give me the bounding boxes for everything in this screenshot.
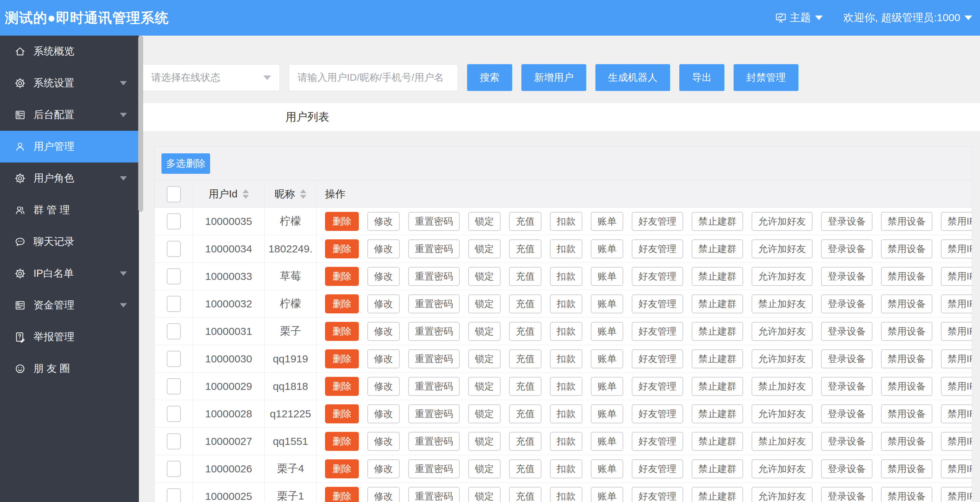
disable-device-button[interactable]: 禁用设备 [881,377,932,396]
friend-permission-button[interactable]: 允许加好友 [752,322,813,341]
bill-button[interactable]: 账单 [591,212,623,231]
sidebar-item-funds-management[interactable]: 资金管理 [0,289,139,321]
disable-device-button[interactable]: 禁用设备 [881,459,932,478]
row-checkbox[interactable] [167,406,181,422]
forbid-create-group-button[interactable]: 禁止建群 [692,377,743,396]
disable-ip-button[interactable]: 禁用IP [941,487,972,502]
row-checkbox[interactable] [167,323,181,340]
friend-management-button[interactable]: 好友管理 [632,432,683,451]
forbid-create-group-button[interactable]: 禁止建群 [692,459,743,478]
friend-permission-button[interactable]: 允许加好友 [752,349,813,369]
reset-password-button[interactable]: 重置密码 [408,239,460,258]
modify-button[interactable]: 修改 [368,432,400,451]
disable-device-button[interactable]: 禁用设备 [881,404,932,423]
deduct-button[interactable]: 扣款 [550,349,582,369]
row-checkbox[interactable] [167,433,181,450]
forbid-create-group-button[interactable]: 禁止建群 [692,239,743,258]
lock-button[interactable]: 锁定 [468,267,501,286]
generate-robot-button[interactable]: 生成机器人 [595,64,670,91]
lock-button[interactable]: 锁定 [468,404,501,423]
forbid-create-group-button[interactable]: 禁止建群 [692,404,743,423]
delete-button[interactable]: 删除 [325,294,359,313]
bill-button[interactable]: 账单 [591,459,623,478]
login-device-button[interactable]: 登录设备 [821,432,872,451]
disable-device-button[interactable]: 禁用设备 [881,432,932,451]
recharge-button[interactable]: 充值 [509,432,541,451]
friend-management-button[interactable]: 好友管理 [632,294,683,313]
deduct-button[interactable]: 扣款 [550,377,582,396]
recharge-button[interactable]: 充值 [509,459,541,478]
reset-password-button[interactable]: 重置密码 [408,377,460,396]
forbid-create-group-button[interactable]: 禁止建群 [692,349,743,369]
select-all-checkbox[interactable] [167,186,181,202]
sidebar-item-user-roles[interactable]: 用户角色 [0,162,139,194]
theme-menu[interactable]: 主题 [775,11,823,25]
recharge-button[interactable]: 充值 [509,212,541,231]
friend-management-button[interactable]: 好友管理 [632,212,683,231]
reset-password-button[interactable]: 重置密码 [408,294,460,313]
friend-permission-button[interactable]: 允许加好友 [752,404,813,423]
sidebar-item-group-management[interactable]: 群 管 理 [0,194,139,226]
sort-user-id[interactable] [243,189,249,199]
modify-button[interactable]: 修改 [368,322,400,341]
sidebar-item-report-management[interactable]: 举报管理 [0,321,139,353]
friend-management-button[interactable]: 好友管理 [632,267,683,286]
sort-nickname[interactable] [300,189,306,199]
deduct-button[interactable]: 扣款 [550,212,582,231]
bulk-delete-button[interactable]: 多选删除 [161,153,210,174]
reset-password-button[interactable]: 重置密码 [408,322,460,341]
row-checkbox[interactable] [167,461,181,477]
modify-button[interactable]: 修改 [368,239,400,258]
forbid-create-group-button[interactable]: 禁止建群 [692,212,743,231]
friend-permission-button[interactable]: 允许加好友 [752,239,813,258]
reset-password-button[interactable]: 重置密码 [408,487,460,502]
bill-button[interactable]: 账单 [591,404,623,423]
bill-button[interactable]: 账单 [591,432,623,451]
login-device-button[interactable]: 登录设备 [821,212,872,231]
modify-button[interactable]: 修改 [368,487,400,502]
bill-button[interactable]: 账单 [591,239,623,258]
friend-management-button[interactable]: 好友管理 [632,239,683,258]
friend-management-button[interactable]: 好友管理 [632,349,683,369]
disable-ip-button[interactable]: 禁用IP [941,404,972,423]
reset-password-button[interactable]: 重置密码 [408,267,460,286]
delete-button[interactable]: 删除 [325,377,359,396]
delete-button[interactable]: 删除 [325,404,359,423]
modify-button[interactable]: 修改 [368,377,400,396]
reset-password-button[interactable]: 重置密码 [408,459,460,478]
lock-button[interactable]: 锁定 [468,239,501,258]
friend-permission-button[interactable]: 允许加好友 [752,459,813,478]
user-menu[interactable]: 欢迎你, 超级管理员:1000 [843,11,972,25]
friend-permission-button[interactable]: 禁止加好友 [752,294,813,313]
bill-button[interactable]: 账单 [591,487,623,502]
row-checkbox[interactable] [167,296,181,312]
modify-button[interactable]: 修改 [368,459,400,478]
friend-permission-button[interactable]: 允许加好友 [752,487,813,502]
friend-permission-button[interactable]: 禁止加好友 [752,432,813,451]
delete-button[interactable]: 删除 [325,267,359,286]
disable-device-button[interactable]: 禁用设备 [881,212,932,231]
delete-button[interactable]: 删除 [325,212,359,231]
deduct-button[interactable]: 扣款 [550,239,582,258]
disable-device-button[interactable]: 禁用设备 [881,322,932,341]
bill-button[interactable]: 账单 [591,349,623,369]
friend-management-button[interactable]: 好友管理 [632,377,683,396]
reset-password-button[interactable]: 重置密码 [408,349,460,369]
deduct-button[interactable]: 扣款 [550,487,582,502]
login-device-button[interactable]: 登录设备 [821,377,872,396]
disable-device-button[interactable]: 禁用设备 [881,487,932,502]
sidebar-scrollbar[interactable] [138,36,143,212]
row-checkbox[interactable] [167,488,181,502]
sidebar-item-user-management[interactable]: 用户管理 [0,131,139,162]
friend-permission-button[interactable]: 禁止加好友 [752,377,813,396]
deduct-button[interactable]: 扣款 [550,267,582,286]
lock-button[interactable]: 锁定 [468,487,501,502]
bill-button[interactable]: 账单 [591,294,623,313]
recharge-button[interactable]: 充值 [509,267,541,286]
recharge-button[interactable]: 充值 [509,239,541,258]
modify-button[interactable]: 修改 [368,267,400,286]
friend-management-button[interactable]: 好友管理 [632,459,683,478]
recharge-button[interactable]: 充值 [509,487,541,502]
reset-password-button[interactable]: 重置密码 [408,404,460,423]
login-device-button[interactable]: 登录设备 [821,487,872,502]
